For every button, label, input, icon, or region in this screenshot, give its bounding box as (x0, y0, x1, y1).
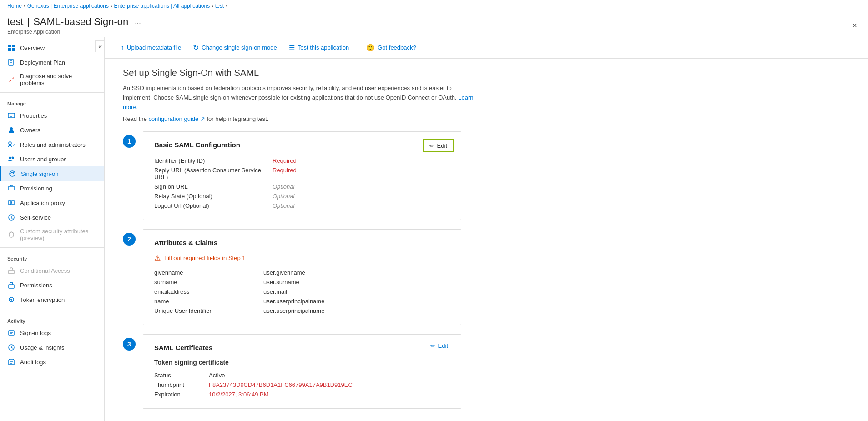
svg-rect-1 (12, 45, 15, 47)
sidebar-item-deployment[interactable]: Deployment Plan (0, 55, 104, 70)
sidebar-item-token-encryption[interactable]: Token encryption (0, 292, 104, 307)
claim-value: user.userprincipalname (263, 306, 450, 316)
sidebar-item-usage-insights[interactable]: Usage & insights (0, 340, 104, 355)
svg-rect-15 (9, 201, 11, 205)
sidebar-item-overview-label: Overview (20, 45, 45, 51)
step2-number: 2 (123, 233, 136, 246)
sidebar-item-owners[interactable]: Owners (0, 123, 104, 137)
table-row: Sign on URL Optional (154, 182, 450, 191)
sidebar-item-app-proxy[interactable]: Application proxy (0, 195, 104, 210)
breadcrumb-chevron-1: › (24, 3, 25, 9)
sidebar-item-users-groups[interactable]: Users and groups (0, 152, 104, 166)
close-button[interactable]: × (848, 19, 861, 32)
change-sso-mode-button[interactable]: ↻ Change single sign-on mode (188, 40, 282, 55)
sidebar-item-diagnose[interactable]: Diagnose and solve problems (0, 70, 104, 90)
sidebar-item-provisioning[interactable]: Provisioning (0, 181, 104, 195)
table-row: name user.userprincipalname (154, 296, 450, 306)
warning-icon: ⚠ (154, 254, 161, 262)
breadcrumb-genexus[interactable]: Genexus | Enterprise applications (27, 3, 109, 9)
step3-card: SAML Certificates ✏ Edit Token signing c… (143, 334, 461, 409)
upload-icon: ↑ (121, 44, 124, 52)
svg-rect-22 (9, 331, 14, 335)
table-row: Status Active (154, 371, 450, 380)
book-icon (7, 58, 15, 66)
step1-edit-label: Edit (437, 142, 447, 149)
content-description: An SSO implementation based on federatio… (123, 84, 478, 112)
provisioning-icon (7, 184, 15, 192)
field-label: Sign on URL (154, 182, 273, 191)
change-icon: ↻ (193, 43, 199, 52)
table-row: surname user.surname (154, 277, 450, 287)
sidebar-item-sso[interactable]: Single sign-on (0, 166, 104, 181)
svg-point-10 (10, 127, 13, 130)
roles-icon (7, 140, 15, 149)
table-row: emailaddress user.mail (154, 287, 450, 296)
manage-divider (0, 92, 104, 93)
app-name: test (7, 16, 23, 28)
ellipsis-button[interactable]: ... (132, 17, 143, 27)
manage-section-label: Manage (0, 95, 104, 108)
sidebar-item-roles-label: Roles and administrators (20, 141, 86, 148)
svg-rect-20 (9, 285, 14, 288)
sidebar-collapse-button[interactable]: « (95, 40, 105, 52)
wrench-icon (7, 75, 15, 84)
step1-number: 1 (123, 135, 136, 148)
field-label: Logout Url (Optional) (154, 201, 273, 210)
step2-title: Attributes & Claims (154, 239, 450, 246)
step2-section: 2 Attributes & Claims ⚠ Fill out require… (123, 229, 850, 325)
svg-point-14 (10, 171, 15, 176)
cert-expiration: 10/2/2027, 3:06:49 PM (209, 390, 450, 399)
breadcrumb-test[interactable]: test (215, 3, 224, 9)
feedback-label: Got feedback? (378, 44, 416, 51)
sidebar-item-sign-in-logs-label: Sign-in logs (20, 330, 51, 336)
sidebar-item-overview[interactable]: Overview (0, 40, 104, 55)
sidebar-item-usage-insights-label: Usage & insights (20, 344, 65, 351)
step1-edit-button[interactable]: ✏ Edit (423, 139, 454, 152)
table-row: Expiration 10/2/2027, 3:06:49 PM (154, 390, 450, 399)
sidebar-item-roles[interactable]: Roles and administrators (0, 137, 104, 152)
permissions-icon (7, 281, 15, 289)
feedback-button[interactable]: 🙂 Got feedback? (362, 41, 421, 54)
svg-rect-2 (8, 48, 11, 51)
config-guide-link[interactable]: configuration guide ↗ (148, 115, 205, 122)
sidebar-item-properties[interactable]: Properties (0, 108, 104, 123)
test-application-label: Test this application (298, 44, 349, 51)
edit-pencil-icon: ✏ (429, 142, 434, 149)
sidebar-item-audit-logs[interactable]: Audit logs (0, 355, 104, 369)
test-application-button[interactable]: ☰ Test this application (284, 41, 354, 55)
table-row: givenname user.givenname (154, 268, 450, 277)
claim-value: user.userprincipalname (263, 296, 450, 306)
step3-edit-label: Edit (438, 342, 448, 349)
field-value-optional: Optional (273, 201, 450, 210)
claim-value: user.givenname (263, 268, 450, 277)
breadcrumb-all-apps[interactable]: Enterprise applications | All applicatio… (114, 3, 210, 9)
upload-metadata-button[interactable]: ↑ Upload metadata file (116, 41, 186, 55)
sidebar-item-permissions[interactable]: Permissions (0, 278, 104, 292)
claim-label: Unique User Identifier (154, 306, 263, 316)
breadcrumb-chevron-3: › (212, 3, 213, 9)
sidebar-item-deployment-label: Deployment Plan (20, 59, 65, 66)
cert-field-label: Expiration (154, 390, 209, 399)
sidebar-item-self-service[interactable]: Self-service (0, 210, 104, 225)
field-value-required: Required (273, 165, 450, 182)
cert-thumbprint: F8A23743D9CD47B6D1A1FC66799A17A9B1D919EC (209, 380, 450, 390)
field-value-required: Required (273, 156, 450, 165)
cert-field-label: Thumbprint (154, 380, 209, 390)
field-value-optional: Optional (273, 191, 450, 201)
table-row: Identifier (Entity ID) Required (154, 156, 450, 165)
table-row: Relay State (Optional) Optional (154, 191, 450, 201)
sidebar: « Overview Deployment Plan Diagnose and … (0, 37, 105, 421)
claim-label: surname (154, 277, 263, 287)
toolbar: ↑ Upload metadata file ↻ Change single s… (105, 37, 868, 59)
breadcrumb-chevron-2: › (111, 3, 112, 9)
page-subtitle: Enterprise Application (7, 29, 144, 35)
usage-insights-icon (7, 343, 15, 351)
audit-logs-icon (7, 358, 15, 366)
step3-edit-button[interactable]: ✏ Edit (425, 340, 454, 351)
page-title: test | SAML-based Sign-on ... (7, 16, 144, 28)
breadcrumb-home[interactable]: Home (7, 3, 22, 9)
warning-text: Fill out required fields in Step 1 (164, 255, 245, 261)
grid-icon (7, 44, 15, 52)
sidebar-item-sign-in-logs[interactable]: Sign-in logs (0, 326, 104, 340)
sidebar-item-custom-security-label: Custom security attributes (preview) (20, 228, 97, 241)
